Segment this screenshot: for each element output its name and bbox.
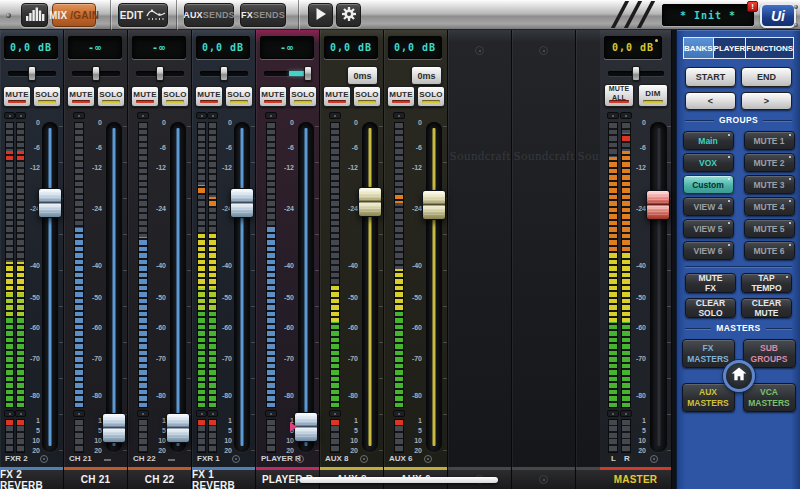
tap-tempo-button[interactable]: TAP TEMPO [741, 273, 792, 293]
settings-button[interactable] [336, 3, 361, 27]
play-button[interactable] [308, 3, 333, 27]
home-button[interactable] [723, 360, 755, 392]
balance-slider[interactable] [608, 71, 664, 76]
mute-button[interactable]: MUTE [259, 86, 287, 107]
pan-handle[interactable] [28, 66, 36, 81]
fader-track[interactable] [426, 122, 442, 452]
mute-group-button-mute-5[interactable]: MUTE 5 [744, 219, 795, 238]
meters-view-button[interactable] [21, 3, 48, 27]
prev-bank-button[interactable]: < [685, 92, 736, 110]
fader-handle[interactable] [102, 413, 126, 443]
fader-handle[interactable] [294, 412, 318, 442]
mute-fx-button[interactable]: MUTE FX [685, 273, 736, 293]
mute-group-button-mute-6[interactable]: MUTE 6 [744, 241, 795, 260]
mute-button[interactable]: MUTE [3, 86, 31, 107]
next-bank-button[interactable]: > [741, 92, 792, 110]
fader-handle[interactable] [422, 190, 446, 220]
fader-track[interactable] [42, 122, 58, 452]
mute-button[interactable]: MUTE [67, 86, 95, 107]
mix-gain-button[interactable]: MIX/GAIN [52, 3, 96, 27]
fader-ticks [443, 126, 447, 452]
pan-slider[interactable] [72, 71, 120, 76]
edit-button[interactable]: EDIT [118, 3, 168, 27]
channel-select-label[interactable]: FX 2 REVERB [0, 467, 63, 489]
view-group-button-main[interactable]: Main [683, 131, 734, 150]
solo-button[interactable]: SOLO [225, 86, 253, 107]
meter-scale-label: -24 [86, 205, 102, 212]
tab-functions[interactable]: FUNCTIONS [746, 38, 793, 58]
pan-slider[interactable] [8, 71, 56, 76]
fader-handle[interactable] [166, 413, 190, 443]
screw-icon [794, 5, 798, 9]
solo-button[interactable]: SOLO [33, 86, 61, 107]
preset-display[interactable]: * Init * ! [662, 4, 754, 26]
mute-group-button-mute-1[interactable]: MUTE 1 [744, 131, 795, 150]
mute-button[interactable]: MUTE [323, 86, 351, 107]
pan-slider[interactable] [264, 71, 312, 76]
pan-handle[interactable] [156, 66, 164, 81]
meter-scale-label: -70 [150, 355, 166, 362]
meter-scale-label: -24 [342, 205, 358, 212]
mute-band [392, 100, 410, 103]
aux-masters-button[interactable]: AUX MASTERS [682, 383, 735, 412]
channel-select-label[interactable]: FX 1 REVERB [192, 467, 255, 489]
delay-time-button[interactable]: 0ms [411, 66, 442, 85]
fader-track[interactable] [362, 122, 378, 452]
mute-button[interactable]: MUTE [387, 86, 415, 107]
fader-handle[interactable] [38, 188, 62, 218]
fader-handle[interactable] [230, 188, 254, 218]
meter-scale-label: 0 [86, 119, 102, 126]
view-group-button-view-5[interactable]: VIEW 5 [683, 219, 734, 238]
solo-button[interactable]: SOLO [97, 86, 125, 107]
fader-handle[interactable] [646, 190, 670, 220]
vca-masters-button[interactable]: VCA MASTERS [743, 383, 796, 412]
fader-track[interactable] [106, 122, 122, 452]
fader-track[interactable] [298, 122, 314, 452]
fader-track[interactable] [234, 122, 250, 452]
view-group-button-custom[interactable]: Custom [683, 175, 734, 194]
ui-logo[interactable]: Ui [760, 3, 796, 28]
solo-button[interactable]: SOLO [417, 86, 445, 107]
mute-group-button-mute-3[interactable]: MUTE 3 [744, 175, 795, 194]
pan-handle[interactable] [92, 66, 100, 81]
meter-scale-label: -12 [406, 164, 422, 171]
pan-slider[interactable] [200, 71, 248, 76]
meter-scale-label: 0 [150, 119, 166, 126]
mute-button[interactable]: MUTE [195, 86, 223, 107]
horizontal-scrollbar[interactable] [300, 477, 498, 483]
aux-sends-button[interactable]: AUXSENDS [184, 3, 234, 27]
fader-track[interactable] [650, 122, 667, 452]
pan-handle[interactable] [220, 66, 228, 81]
pan-handle[interactable] [632, 66, 640, 81]
solo-button[interactable]: SOLO [289, 86, 317, 107]
solo-button[interactable]: SOLO [353, 86, 381, 107]
end-button[interactable]: END [741, 67, 792, 87]
clear-solo-button[interactable]: CLEAR SOLO [685, 298, 736, 318]
meter-scale-label: 1 [216, 417, 232, 424]
meter-scale-label: -6 [216, 144, 232, 151]
delay-time-button[interactable]: 0ms [347, 66, 378, 85]
mute-all-button[interactable]: MUTE ALL [604, 84, 634, 107]
view-group-button-view-4[interactable]: VIEW 4 [683, 197, 734, 216]
fader-track[interactable] [170, 122, 186, 452]
channel-select-label[interactable]: CH 21 [64, 467, 127, 489]
fader-handle[interactable] [358, 187, 382, 217]
tab-banks[interactable]: BANKS [684, 38, 714, 58]
fx-sends-button[interactable]: FXSENDS [240, 3, 286, 27]
mute-group-button-mute-4[interactable]: MUTE 4 [744, 197, 795, 216]
empty-strip: Soundcraft [448, 30, 512, 489]
view-group-button-view-6[interactable]: VIEW 6 [683, 241, 734, 260]
pan-slider[interactable] [136, 71, 184, 76]
sub-groups-button[interactable]: SUB GROUPS [743, 339, 796, 368]
channel-select-label[interactable]: MASTER [600, 467, 671, 489]
pan-handle[interactable] [304, 66, 312, 81]
mute-button[interactable]: MUTE [131, 86, 159, 107]
start-button[interactable]: START [685, 67, 736, 87]
dim-button[interactable]: DIM [638, 84, 668, 107]
clear-mute-button[interactable]: CLEAR MUTE [741, 298, 792, 318]
solo-button[interactable]: SOLO [161, 86, 189, 107]
channel-select-label[interactable]: CH 22 [128, 467, 191, 489]
tab-player[interactable]: PLAYER [714, 38, 747, 58]
mute-group-button-mute-2[interactable]: MUTE 2 [744, 153, 795, 172]
view-group-button-vox[interactable]: VOX [683, 153, 734, 172]
